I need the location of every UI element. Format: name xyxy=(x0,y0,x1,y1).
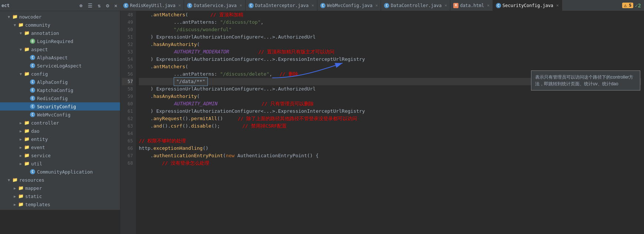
ln-68: 68 xyxy=(122,159,133,167)
tab-wm-close[interactable]: ✕ xyxy=(376,3,378,8)
ln-54: 54 xyxy=(122,56,133,63)
code-line-55: .antMatchers( xyxy=(139,63,641,70)
tab-ds-close[interactable]: ✕ xyxy=(240,3,242,8)
folder-config-icon: 📁 xyxy=(24,71,30,77)
sidebar-item-event[interactable]: ▶ 📁 event xyxy=(0,143,120,151)
sidebar-item-webmvcconfig[interactable]: C WebMvcConfig xyxy=(0,111,120,119)
kaptchaconfig-class-icon: C xyxy=(30,87,36,93)
tab-webmvc[interactable]: C WebMvcConfig.java ✕ xyxy=(317,0,381,11)
label-nowcoder: nowcoder xyxy=(19,14,41,20)
sidebar-item-securityconfig[interactable]: C SecurityConfig xyxy=(0,102,120,111)
comment-62: // 除了上面的路径其他路径不管登录没登录都可以访问 xyxy=(238,115,357,122)
servicelogaspect-class-icon: C xyxy=(30,63,36,69)
ln-55: 55 xyxy=(122,63,133,70)
tab-wm-icon: C xyxy=(320,3,326,8)
sidebar-item-alphaaspect[interactable]: C AlphaAspect xyxy=(0,53,120,62)
tab-datacontroller[interactable]: C DataController.java ✕ xyxy=(381,0,450,11)
sidebar-item-dao[interactable]: ▶ 📁 dao xyxy=(0,127,120,135)
sidebar-item-service[interactable]: ▶ 📁 service xyxy=(0,151,120,159)
label-communityapp: CommunityApplication xyxy=(37,169,93,175)
sidebar-item-nowcoder[interactable]: ▼ 📁 nowcoder xyxy=(0,13,120,21)
sidebar-item-servicelogaspect[interactable]: C ServiceLogAspect xyxy=(0,62,120,70)
code-line-67: .authenticationEntryPoint(new Authentica… xyxy=(139,152,641,159)
sidebar-item-controller[interactable]: ▶ 📁 controller xyxy=(0,119,120,127)
sidebar-item-templates[interactable]: ▶ 📁 templates xyxy=(0,200,120,208)
sidebar-item-loginrequired[interactable]: @ LoginRequired xyxy=(0,37,120,45)
label-redisconfig: RedisConfig xyxy=(37,96,68,101)
sidebar-item-annotation[interactable]: ▼ 📁 annotation xyxy=(0,29,120,37)
label-static: static xyxy=(25,194,42,199)
code-line-54: ) ExpressionUrlAuthorizationConfigurer<.… xyxy=(139,56,641,63)
sidebar-item-config[interactable]: ▼ 📁 config xyxy=(0,70,120,78)
layout-icon[interactable]: ☰ xyxy=(86,2,94,9)
folder-service-icon: 📁 xyxy=(24,152,30,158)
sidebar-item-redisconfig[interactable]: C RedisConfig xyxy=(0,94,120,102)
ln-53: 53 xyxy=(122,48,133,56)
label-resources: resources xyxy=(19,177,44,183)
ln-59: 59 xyxy=(122,93,133,100)
sidebar-item-kaptchaconfig[interactable]: C KaptchaConfig xyxy=(0,86,120,94)
label-aspect: aspect xyxy=(31,47,48,52)
label-loginrequired: LoginRequired xyxy=(37,39,73,44)
sidebar-item-util[interactable]: ▶ 📁 util xyxy=(0,159,120,168)
sort-icon[interactable]: ⇅ xyxy=(96,2,102,9)
arrow-config: ▼ xyxy=(18,72,24,76)
arrow-entity: ▶ xyxy=(18,137,24,141)
sidebar-item-alphaconfig[interactable]: C AlphaConfig xyxy=(0,78,120,86)
tab-html-icon: H xyxy=(453,3,458,8)
tab-datainterceptor[interactable]: C DataInterceptor.java ✕ xyxy=(246,0,317,11)
code-editor[interactable]: 48 49 50 51 52 53 54 55 56 57 58 59 60 6… xyxy=(120,11,644,234)
sidebar-item-community[interactable]: ▼ 📁 community xyxy=(0,21,120,29)
ln-57: 57 xyxy=(122,78,133,85)
tab-redis-icon: C xyxy=(123,3,129,8)
warning-badge: △ 5 xyxy=(622,3,633,8)
tab-datacontroller-label: DataController.java xyxy=(391,3,441,8)
settings-icon[interactable]: ⚙ xyxy=(104,2,110,9)
communityapp-class-icon: C xyxy=(30,169,36,175)
tab-data-html[interactable]: H data.html ✕ xyxy=(450,0,493,11)
label-mapper: mapper xyxy=(25,185,42,191)
check-badge: ✓2 xyxy=(635,3,641,9)
code-line-49: ...antPatterns: "/discuss/top", xyxy=(139,19,641,26)
sidebar-item-resources[interactable]: ▼ 📁 resources xyxy=(0,176,120,184)
arrow-annotation: ▼ xyxy=(18,31,24,35)
folder-annotation-icon: 📁 xyxy=(24,30,30,36)
tab-redis-close[interactable]: ✕ xyxy=(178,3,181,8)
tab-di-close[interactable]: ✕ xyxy=(311,3,314,8)
sidebar-item-communityapp[interactable]: C CommunityApplication xyxy=(0,168,120,176)
ln-63: 63 xyxy=(122,122,133,130)
tab-dc-close[interactable]: ✕ xyxy=(445,3,447,8)
arrow-controller: ▶ xyxy=(18,121,24,125)
arrow-mapper: ▶ xyxy=(12,186,18,190)
code-line-48: .antMatchers( // 置顶和加精 xyxy=(139,11,641,19)
ln-66: 66 xyxy=(122,145,133,152)
tab-html-close[interactable]: ✕ xyxy=(487,3,490,8)
sidebar-toolbar: ect ⊕ ☰ ⇅ ⚙ ✕ xyxy=(0,0,120,11)
tab-security[interactable]: C SecurityConfig.java ✕ xyxy=(493,0,562,11)
add-icon[interactable]: ⊕ xyxy=(78,2,84,9)
comment-56: // 删除 xyxy=(280,70,298,78)
code-line-68: // 没有登录怎么处理 xyxy=(139,159,641,167)
sidebar-item-aspect[interactable]: ▼ 📁 aspect xyxy=(0,45,120,53)
code-area: 48 49 50 51 52 53 54 55 56 57 58 59 60 6… xyxy=(120,11,644,234)
tab-dataservice[interactable]: C DataService.java ✕ xyxy=(184,0,245,11)
label-controller: controller xyxy=(31,120,59,126)
close-icon[interactable]: ✕ xyxy=(113,2,119,9)
sidebar-item-static[interactable]: ▶ 📁 static xyxy=(0,192,120,200)
tab-sec-close[interactable]: ✕ xyxy=(556,3,559,8)
sidebar-item-entity[interactable]: ▶ 📁 entity xyxy=(0,135,120,143)
ln-52: 52 xyxy=(122,41,133,48)
label-securityconfig: SecurityConfig xyxy=(37,104,76,109)
tab-redis[interactable]: C RedisKeyUtil.java ✕ xyxy=(120,0,184,11)
ln-62: 62 xyxy=(122,115,133,122)
folder-controller-icon: 📁 xyxy=(24,120,30,126)
code-line-62: .anyRequest().permitAll() // 除了上面的路径其他路径… xyxy=(139,115,641,122)
arrow-util: ▶ xyxy=(18,162,24,166)
label-service: service xyxy=(31,153,51,158)
arrow-templates: ▶ xyxy=(12,202,18,207)
securityconfig-class-icon: C xyxy=(30,103,36,109)
tab-webmvc-label: WebMvcConfig.java xyxy=(327,3,373,8)
label-entity: entity xyxy=(31,136,48,142)
comment-53: // 置顶和加精只有版主才可以访问 xyxy=(258,48,334,56)
sidebar-item-mapper[interactable]: ▶ 📁 mapper xyxy=(0,184,120,192)
